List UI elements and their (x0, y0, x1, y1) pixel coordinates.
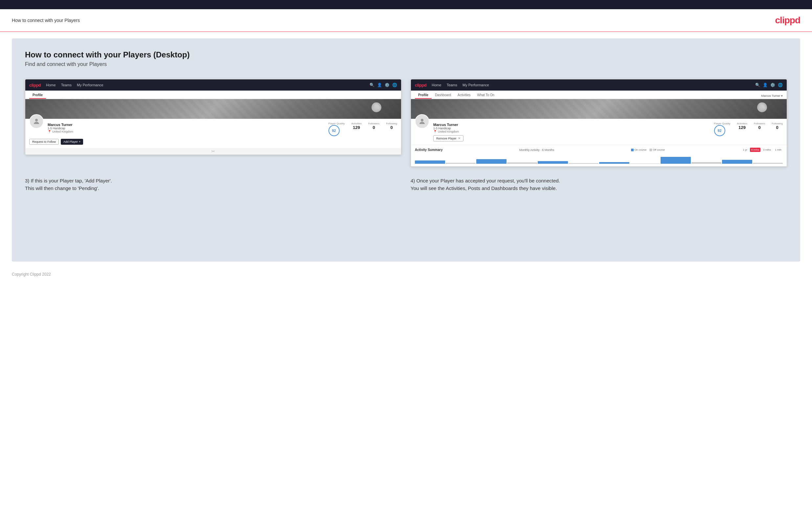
left-profile-handicap: 1-5 Handicap (48, 127, 324, 130)
right-profile-row: Marcus Turner 1-5 Handicap 📍 United King… (415, 121, 783, 142)
left-profile-name: Marcus Turner (48, 123, 324, 127)
screenshot-right-col: clippd Home Teams My Performance 🔍 👤 ⚙️ … (411, 79, 787, 167)
search-icon[interactable]: 🔍 (369, 83, 374, 87)
location-pin-icon: 📍 (48, 130, 51, 133)
left-quality-circle: 92 (328, 125, 340, 136)
left-avatar (29, 114, 44, 129)
right-tab-activities[interactable]: Activities (454, 93, 474, 99)
chart-bar-8 (630, 163, 660, 164)
right-settings-icon[interactable]: ⚙️ (770, 83, 775, 87)
right-globe-icon[interactable]: 🌐 (778, 83, 783, 87)
right-stat-following: Following 0 (772, 122, 783, 130)
chart-bar-11 (722, 160, 752, 164)
left-nav-my-performance[interactable]: My Performance (77, 83, 103, 87)
left-profile-buttons: Request to Follow Add Player + (29, 139, 397, 145)
right-stat-quality: Player Quality 92 (714, 122, 730, 136)
desc-right-text: 4) Once your Player has accepted your re… (411, 177, 787, 192)
on-course-dot (631, 149, 633, 151)
header-title: How to connect with your Players (12, 18, 80, 23)
main-content: How to connect with your Players (Deskto… (12, 39, 800, 262)
right-profile-name: Marcus Turner (433, 123, 710, 127)
chart-bar-9 (661, 157, 691, 164)
app-screenshot-left: clippd Home Teams My Performance 🔍 👤 ⚙️ … (25, 79, 401, 155)
right-search-icon[interactable]: 🔍 (755, 83, 760, 87)
header: How to connect with your Players clippd (0, 9, 812, 32)
remove-player-button[interactable]: Remove Player ✕ (433, 135, 463, 142)
left-profile: Marcus Turner 1-5 Handicap 📍 United King… (25, 119, 401, 148)
activity-chart (415, 154, 783, 164)
filter-6mths[interactable]: 6 mths (750, 148, 760, 152)
right-nav-teams[interactable]: Teams (447, 83, 457, 87)
settings-icon[interactable]: ⚙️ (385, 83, 390, 87)
chart-bar-5 (538, 161, 568, 164)
right-activity-summary: Activity Summary Monthly Activity · 6 Mo… (411, 145, 787, 166)
request-follow-button[interactable]: Request to Follow (29, 139, 59, 145)
right-tabbar: Profile Dashboard Activities What To On … (411, 91, 787, 99)
left-profile-stats: Player Quality 92 Activities 129 Followe (328, 121, 397, 136)
left-tab-profile[interactable]: Profile (29, 93, 46, 99)
activity-period: Monthly Activity · 6 Months (519, 148, 554, 152)
right-profile-stats: Player Quality 92 Activities 129 Followe (714, 121, 783, 136)
desc-left: 3) If this is your Player tap, 'Add Play… (25, 177, 401, 192)
screenshots-row: clippd Home Teams My Performance 🔍 👤 ⚙️ … (25, 79, 787, 167)
top-bar (0, 0, 812, 9)
chart-bar-7 (599, 162, 629, 164)
remove-x-icon: ✕ (458, 136, 461, 140)
svg-point-1 (421, 119, 423, 121)
left-stat-following: Following 0 (386, 122, 397, 130)
filter-3mths[interactable]: 3 mths (762, 148, 772, 152)
right-tab-what-to-on[interactable]: What To On (474, 93, 498, 99)
left-profile-row: Marcus Turner 1-5 Handicap 📍 United King… (29, 121, 397, 136)
legend-on-course: On course (631, 148, 647, 151)
left-loading-area: ✂ (25, 148, 401, 155)
right-nav-logo: clippd (415, 83, 426, 88)
footer: Copyright Clippd 2022 (0, 268, 812, 281)
user-icon[interactable]: 👤 (377, 83, 382, 87)
chart-bar-6 (569, 163, 599, 164)
main-subtitle: Find and connect with your Players (25, 61, 787, 67)
right-profile-location: 📍 United Kingdom (433, 130, 710, 133)
loading-icon: ✂ (211, 149, 215, 154)
desc-left-text: 3) If this is your Player tap, 'Add Play… (25, 177, 401, 192)
chart-bar-3 (476, 159, 507, 164)
chart-bar-1 (415, 161, 445, 164)
right-location-pin-icon: 📍 (433, 130, 437, 133)
right-nav-home[interactable]: Home (432, 83, 441, 87)
descriptions-row: 3) If this is your Player tap, 'Add Play… (25, 177, 787, 192)
left-nav-icons: 🔍 👤 ⚙️ 🌐 (369, 83, 397, 87)
left-stat-followers: Followers 0 (368, 122, 379, 130)
logo: clippd (775, 15, 800, 25)
filter-1mth[interactable]: 1 mth (773, 148, 783, 152)
add-player-button[interactable]: Add Player + (61, 139, 83, 145)
right-avatar (415, 114, 429, 129)
left-stat-quality: Player Quality 92 (328, 122, 345, 136)
right-activity-header: Activity Summary Monthly Activity · 6 Mo… (415, 148, 783, 152)
left-profile-location: 📍 United Kingdom (48, 130, 324, 133)
globe-icon[interactable]: 🌐 (392, 83, 397, 87)
right-user-icon[interactable]: 👤 (763, 83, 768, 87)
right-stat-activities: Activities 129 (737, 122, 747, 130)
right-nav-my-performance[interactable]: My Performance (462, 83, 489, 87)
off-course-dot (649, 149, 652, 151)
plus-icon: + (79, 140, 81, 144)
filter-1yr[interactable]: 1 yr (742, 148, 749, 152)
right-tab-user[interactable]: Marcus Turner ▾ (761, 94, 783, 99)
right-tab-profile[interactable]: Profile (415, 93, 432, 99)
right-profile-info: Marcus Turner 1-5 Handicap 📍 United King… (433, 121, 710, 142)
legend-off-course: Off course (649, 148, 665, 151)
left-tabbar: Profile (25, 91, 401, 99)
left-nav-home[interactable]: Home (46, 83, 55, 87)
left-banner (25, 99, 401, 119)
main-title: How to connect with your Players (Deskto… (25, 50, 787, 59)
svg-point-0 (35, 119, 38, 121)
right-tab-dashboard[interactable]: Dashboard (432, 93, 454, 99)
right-profile-handicap: 1-5 Handicap (433, 127, 710, 130)
screenshot-left-col: clippd Home Teams My Performance 🔍 👤 ⚙️ … (25, 79, 401, 167)
chart-bar-4 (507, 162, 538, 164)
desc-right: 4) Once your Player has accepted your re… (411, 177, 787, 192)
chart-bar-12 (753, 163, 783, 164)
left-nav-teams[interactable]: Teams (61, 83, 71, 87)
copyright-text: Copyright Clippd 2022 (12, 272, 51, 277)
right-nav-icons: 🔍 👤 ⚙️ 🌐 (755, 83, 783, 87)
left-profile-info: Marcus Turner 1-5 Handicap 📍 United King… (48, 121, 324, 133)
